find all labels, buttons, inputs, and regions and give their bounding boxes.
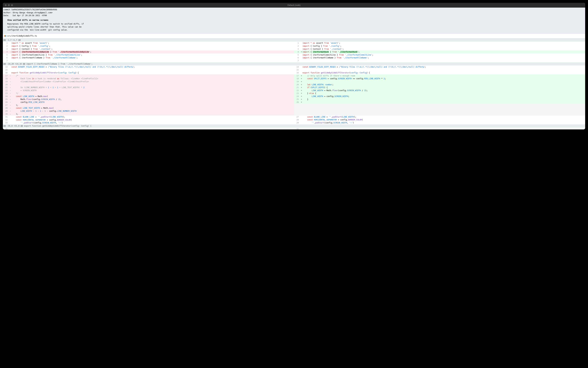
diff-line: 21- So (LINE_NUMBER_WIDTH + 1 + 1 + 1 + …	[3, 86, 294, 89]
file-header: src/iterSideBySideDiffs.ts	[3, 34, 585, 38]
commit-date: Date: Sat Apr 17 20:20:56 2021 -0700	[3, 14, 585, 17]
commit-subject: Show unified diffs on narrow screens	[3, 17, 585, 23]
diff-line: 20+ let LINE_WIDTH: number;	[294, 83, 585, 86]
diff-line: 5 import { iterFormatCommitLine } from '…	[3, 54, 294, 56]
diff-line: 17- /*	[3, 74, 294, 77]
diff-line	[294, 112, 585, 116]
diff-line: 18+ const SPLIT_DIFFS = config.SCREEN_WI…	[294, 77, 585, 80]
diff-line: 24+ LINE_WIDTH = config.SCREEN_WIDTH;	[294, 95, 585, 98]
diff-line: 35	[3, 128, 294, 129]
diff-line: 15	[3, 68, 294, 72]
diff-line: 1 import * as assert from 'assert';	[3, 42, 294, 45]
diff-line: 2 import { Config } from './config';	[3, 45, 294, 48]
titlebar[interactable]: Default (node)	[3, 3, 585, 8]
diff-line: 21+ if (SPLIT_DIFFS) {	[294, 86, 585, 89]
diff-line: 14 const BINARY_FILES_DIFF_REGEX = /^Bin…	[294, 65, 585, 68]
diff-line: 18- Each line in a hunk is rendered as f…	[3, 77, 294, 80]
left-pane: 14 const BINARY_FILES_DIFF_REGEX = /^Bin…	[3, 65, 294, 124]
diff-line: 22- = SCREEN_WIDTH	[3, 89, 294, 92]
diff-line: 26+	[294, 101, 585, 104]
diff-line: 31 const BLANK_LINE = ''.padStart(LINE_W…	[3, 116, 294, 119]
diff-line: 5 import { iterFormatCommitLine } from '…	[294, 54, 585, 56]
diff-line: 28 const HORIZONTAL_SEPARATOR = config.B…	[294, 118, 585, 121]
diff-line: 15	[294, 68, 585, 72]
diff-line: 28- const LINE_TEXT_WIDTH = Math.max(	[3, 107, 294, 110]
right-pane: 31 32 const context: Context = { 33 ...c…	[294, 128, 585, 129]
diff-line: 32 const HORIZONTAL_SEPARATOR = config.B…	[3, 119, 294, 121]
left-pane: 1 import * as assert from 'assert'; 2 im…	[3, 42, 294, 62]
diff-line: 23+ } else {	[294, 92, 585, 95]
diff-line	[294, 107, 585, 110]
diff-line: 25- Math.floor(config.SCREEN_WIDTH / 2),	[3, 98, 294, 101]
hunk-header: @@ -35,8 +31,8 @@ export function getSid…	[3, 124, 585, 128]
diff-line: 30- );	[3, 113, 294, 116]
diff-line	[294, 104, 585, 107]
diff-line: 20-	[3, 83, 294, 86]
diff-line: 19- <lineWithoutPrefix><lineNo> <linePre…	[3, 80, 294, 83]
left-pane: 35 36 const context: Context = { 37 ...c…	[3, 128, 294, 129]
right-pane: 1 import * as assert from 'assert'; 2 im…	[294, 42, 585, 62]
diff-line: 29- LINE_WIDTH - 1 - 1 - 1 - config.LINE…	[3, 110, 294, 113]
diff-line: 7	[3, 59, 294, 62]
right-pane: 14 const BINARY_FILES_DIFF_REGEX = /^Bin…	[294, 65, 585, 124]
diff-line: 2 import { Config } from './config';	[294, 45, 585, 48]
commit-header: commit 5a00d16095a255b57c762289fa434e180…	[3, 8, 585, 34]
diff-line: 26- config.MIN_LINE_WIDTH	[3, 101, 294, 104]
diff-line: 25+ }	[294, 98, 585, 101]
diff-content[interactable]: commit 5a00d16095a255b57c762289fa434e180…	[3, 8, 585, 129]
diff-line: 27 const BLANK_LINE = ''.padStart(LINE_W…	[294, 116, 585, 119]
diff-panes: 14 const BINARY_FILES_DIFF_REGEX = /^Bin…	[3, 65, 585, 124]
diff-line: 19+	[294, 80, 585, 83]
diff-line: 22+ LINE_WIDTH = Math.floor(config.SCREE…	[294, 89, 585, 92]
diff-line: 7	[294, 59, 585, 62]
diff-line: 16 export function getSideBySideDiffIter…	[3, 71, 294, 74]
diff-line: 17+ // Only split diffs if there's enoug…	[294, 74, 585, 77]
diff-line: 6 import { iterFormatFileName } from './…	[294, 56, 585, 59]
diff-line: 14 const BINARY_FILES_DIFF_REGEX = /^Bin…	[3, 65, 294, 68]
diff-line: 16 export function getSideBySideDiffIter…	[294, 71, 585, 74]
hunk-header: @@ -14,20 +14,16 @@ import { iterFormatF…	[3, 62, 585, 66]
diff-line: 3 import { Context } from './context';	[294, 48, 585, 51]
diff-line	[294, 110, 585, 113]
window-title: Default (node)	[3, 4, 585, 7]
diff-panes: 1 import * as assert from 'assert'; 2 im…	[3, 42, 585, 62]
diff-line: 4-import { iterFormatHunkSideBySide } fr…	[3, 50, 294, 54]
diff-line: 4+import { iterFormatHunk } from './iter…	[294, 50, 585, 54]
diff-line: 33 ''.padStart(config.SCREEN_WIDTH, '—')	[3, 121, 294, 124]
diff-line: 31	[294, 128, 585, 129]
diff-panes: 35 36 const context: Context = { 37 ...c…	[3, 128, 585, 129]
diff-line: 29 ''.padStart(config.SCREEN_WIDTH, '—')	[294, 121, 585, 124]
diff-line: 24- const LINE_WIDTH = Math.max(	[3, 95, 294, 98]
file-path: src/iterSideBySideDiffs.ts	[7, 35, 37, 37]
diff-line: 27- );	[3, 104, 294, 107]
terminal-window: Default (node) commit 5a00d16095a255b57c…	[3, 3, 585, 129]
commit-author: Author: Shrey Banga <banga.shrey@gmail.c…	[3, 11, 585, 14]
diff-line: 23- */	[3, 92, 294, 95]
diff-line: 3 import { Context } from './context';	[3, 48, 294, 51]
commit-body: Repurposes the MIN_LINE_WIDTH config to …	[3, 22, 585, 32]
diff-line: 6 import { iterFormatFileName } from './…	[3, 56, 294, 59]
diff-line: 1 import * as assert from 'assert';	[294, 42, 585, 45]
file-icon	[4, 35, 6, 37]
commit-hash: commit 5a00d16095a255b57c762289fa434e180…	[3, 8, 585, 11]
hunk-header: @@ -1,7 +1,7 @@	[3, 38, 585, 42]
